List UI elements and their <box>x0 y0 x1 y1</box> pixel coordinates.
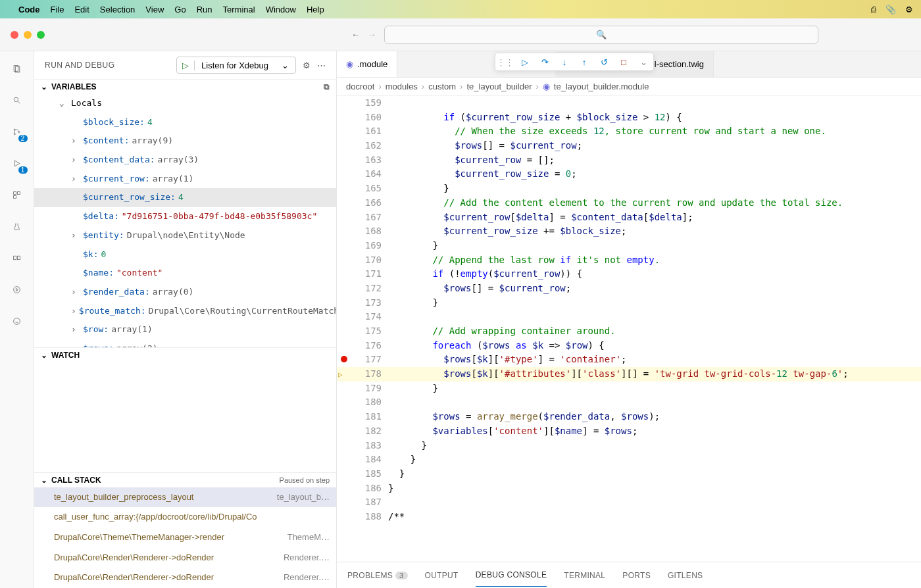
variable-row[interactable]: $current_row_size 4 <box>34 188 336 207</box>
app-name[interactable]: Code <box>18 5 40 14</box>
testing-icon[interactable] <box>8 217 26 235</box>
gear-icon[interactable]: ⚙ <box>303 61 311 70</box>
tab-terminal[interactable]: TERMINAL <box>564 564 605 587</box>
code-line[interactable]: 186} <box>337 481 921 496</box>
menubar-icon-1[interactable]: ⎙ <box>871 5 876 14</box>
debug-icon[interactable]: 1 <box>8 154 26 172</box>
code-line[interactable]: 182 $variables['content'][$name] = $rows… <box>337 424 921 439</box>
variable-row[interactable]: ›$entity Drupal\node\Entity\Node <box>34 226 336 245</box>
menu-go[interactable]: Go <box>174 5 186 14</box>
code-line[interactable]: 174 <box>337 310 921 324</box>
code-line[interactable]: 187 <box>337 495 921 510</box>
variable-row[interactable]: ›$content_data array(3) <box>34 151 336 170</box>
code-editor[interactable]: 159160 if ($current_row_size + $block_si… <box>337 96 921 562</box>
code-line[interactable]: 184 } <box>337 453 921 467</box>
command-center[interactable]: 🔍 <box>384 26 818 44</box>
start-debug-icon[interactable]: ▷ <box>177 61 195 70</box>
nav-forward-icon[interactable]: → <box>368 30 376 39</box>
tab-module[interactable]: ◉ .module <box>337 51 397 77</box>
menu-terminal[interactable]: Terminal <box>223 5 255 14</box>
variable-row[interactable]: $name "content" <box>34 264 336 283</box>
menu-edit[interactable]: Edit <box>74 5 89 14</box>
restart-icon[interactable]: ↺ <box>598 56 610 68</box>
code-line[interactable]: 172 $rows[] = $current_row; <box>337 282 921 296</box>
tab-output[interactable]: OUTPUT <box>425 564 459 587</box>
variable-row[interactable]: ›$render_data array(0) <box>34 283 336 302</box>
variable-row[interactable]: ›$row array(1) <box>34 320 336 339</box>
remote-icon[interactable] <box>8 249 26 267</box>
code-line[interactable]: ▷178 $rows[$k]['#attributes']['class'][]… <box>337 367 921 381</box>
tab-debug-console[interactable]: DEBUG CONSOLE <box>476 564 547 587</box>
maximize-button[interactable] <box>37 31 45 39</box>
variables-section-header[interactable]: ⌄ VARIABLES ⧉ <box>34 80 336 94</box>
more-icon[interactable]: ⋯ <box>317 61 326 70</box>
code-line[interactable]: 159 <box>337 96 921 110</box>
code-line[interactable]: 166 // Add the content element to the cu… <box>337 196 921 210</box>
code-line[interactable]: 181 $rows = array_merge($render_data, $r… <box>337 410 921 424</box>
code-line[interactable]: 163 $current_row = []; <box>337 153 921 168</box>
stack-frame[interactable]: call_user_func_array:{/app/docroot/core/… <box>34 507 336 527</box>
ext-icon-1[interactable] <box>8 280 26 299</box>
continue-icon[interactable]: ▷ <box>519 56 531 68</box>
stack-frame[interactable]: te_layout_builder_preprocess_layoutte_la… <box>34 487 336 508</box>
menu-file[interactable]: File <box>51 5 64 14</box>
variable-row[interactable]: $block_size 4 <box>34 113 336 132</box>
code-line[interactable]: 185 } <box>337 467 921 481</box>
search-icon[interactable] <box>8 91 26 109</box>
code-line[interactable]: 179 } <box>337 381 921 396</box>
code-line[interactable]: 180 <box>337 395 921 410</box>
code-line[interactable]: 167 $current_row[$delta] = $content_data… <box>337 210 921 225</box>
watch-section-header[interactable]: ⌄ WATCH <box>34 348 336 362</box>
code-line[interactable]: 176 foreach ($rows as $k => $row) { <box>337 339 921 353</box>
variable-row[interactable]: $k 0 <box>34 245 336 264</box>
variable-row[interactable]: ›$current_row array(1) <box>34 170 336 189</box>
locals-scope[interactable]: ⌄Locals <box>34 94 336 113</box>
menu-selection[interactable]: Selection <box>100 5 135 14</box>
code-line[interactable]: 177 $rows[$k]['#type'] = 'container'; <box>337 353 921 367</box>
variable-row[interactable]: ›$content array(9) <box>34 132 336 151</box>
menu-help[interactable]: Help <box>307 5 324 14</box>
stack-frame[interactable]: Drupal\Core\Theme\ThemeManager->renderTh… <box>34 527 336 548</box>
explorer-icon[interactable] <box>8 59 26 78</box>
code-line[interactable]: 171 if (!empty($current_row)) { <box>337 267 921 282</box>
code-line[interactable]: 165 } <box>337 182 921 196</box>
menubar-icon-3[interactable]: ⚙ <box>905 5 913 14</box>
callstack-section-header[interactable]: ⌄ CALL STACK Paused on step <box>34 473 336 487</box>
stack-frame[interactable]: Drupal\Core\Render\Renderer->doRenderRen… <box>34 548 336 568</box>
code-line[interactable]: 170 // Append the last row if it's not e… <box>337 253 921 268</box>
step-out-icon[interactable]: ↑ <box>578 56 590 68</box>
code-line[interactable]: 173 } <box>337 296 921 310</box>
extensions-icon[interactable] <box>8 185 26 204</box>
menubar-icon-2[interactable]: 📎 <box>885 5 896 14</box>
chevron-down-icon[interactable]: ⌄ <box>637 56 649 68</box>
code-line[interactable]: 168 $current_row_size += $block_size; <box>337 224 921 239</box>
close-button[interactable] <box>11 31 18 39</box>
ext-icon-2[interactable] <box>8 312 26 330</box>
breadcrumb[interactable]: docroot› modules› custom› te_layout_buil… <box>337 78 921 96</box>
tab-ports[interactable]: PORTS <box>622 564 651 587</box>
code-line[interactable]: 164 $current_row_size = 0; <box>337 167 921 182</box>
copy-icon[interactable]: ⧉ <box>324 82 330 91</box>
code-line[interactable]: 169 } <box>337 239 921 253</box>
code-line[interactable]: 188/** <box>337 510 921 524</box>
menu-view[interactable]: View <box>145 5 164 14</box>
tab-gitlens[interactable]: GITLENS <box>668 564 703 587</box>
code-line[interactable]: 162 $rows[] = $current_row; <box>337 139 921 153</box>
code-line[interactable]: 175 // Add wrapping container around. <box>337 324 921 339</box>
minimize-button[interactable] <box>24 31 32 39</box>
variable-row[interactable]: $delta "7d916751-0bba-479f-bd48-e0b35f58… <box>34 207 336 226</box>
scm-icon[interactable]: 2 <box>8 122 26 141</box>
grip-icon[interactable]: ⋮⋮ <box>499 56 511 68</box>
step-over-icon[interactable]: ↷ <box>539 56 551 68</box>
stack-frame[interactable]: Drupal\Core\Render\Renderer->doRenderRen… <box>34 568 336 588</box>
variable-row[interactable]: ›$route_match Drupal\Core\Routing\Curren… <box>34 302 336 321</box>
menu-run[interactable]: Run <box>197 5 212 14</box>
code-line[interactable]: 183 } <box>337 439 921 453</box>
code-line[interactable]: 160 if ($current_row_size + $block_size … <box>337 110 921 125</box>
stop-icon[interactable]: □ <box>618 56 630 68</box>
code-line[interactable]: 161 // When the size exceeds 12, store c… <box>337 124 921 139</box>
variable-row[interactable]: ›$rows array(2) <box>34 339 336 348</box>
menu-window[interactable]: Window <box>266 5 296 14</box>
debug-toolbar[interactable]: ⋮⋮ ▷ ↷ ↓ ↑ ↺ □ ⌄ <box>495 53 654 71</box>
debug-config-selector[interactable]: ▷ Listen for Xdebug⌄ <box>176 57 296 74</box>
